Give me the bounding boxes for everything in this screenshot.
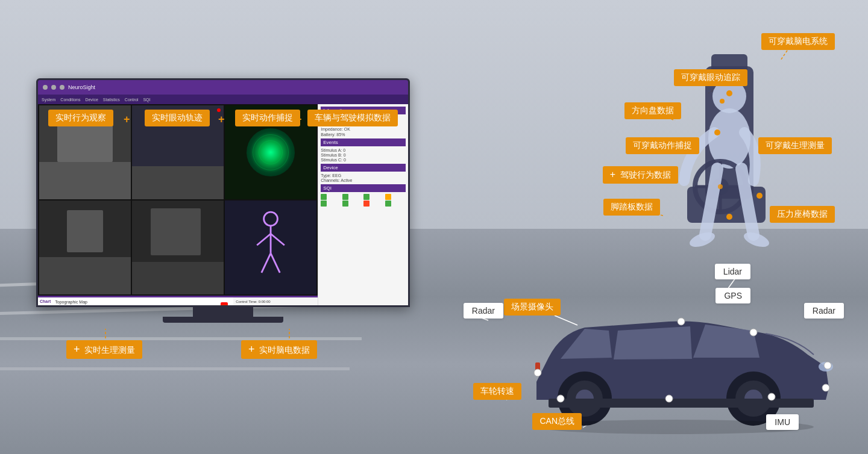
label-realtime-motion: 实时动作捕捉 [235,110,300,126]
video-cell-5 [132,201,224,294]
svg-point-25 [720,99,725,104]
svg-point-47 [534,369,541,376]
label-radar-left-text: Radar [472,306,495,316]
software-menubar: System Conditions Device Statistics Cont… [38,95,408,104]
label-radar-right: Radar [804,303,844,319]
plus-icon-physio: + [74,343,80,355]
label-wheel-speed-text: 车轮转速 [480,386,514,396]
label-gps: GPS [715,288,750,303]
menu-control: Control [125,98,139,102]
video-cell-6 [225,201,316,294]
window-dot [60,85,64,90]
window-dot [43,85,48,90]
label-lidar-text: Lidar [723,267,742,276]
label-can-bus-text: CAN总线 [539,416,574,426]
svg-point-0 [264,212,278,226]
label-pedal-text: 脚踏板数据 [611,202,653,211]
plus-icon-3: + [295,113,302,126]
color-scale [215,296,233,305]
device-title: Device [321,164,406,172]
label-pressure-seat: 压力座椅数据 [770,206,835,223]
eeg-title: Chart [40,299,51,303]
menu-sqi: SQI [143,98,150,102]
video-grid [38,104,318,296]
data-info-panel: Information Subject Name: Demo Session: … [318,104,408,305]
right-controls: Control Time: 0:00:00 Playback Time: 0:0… [233,296,318,305]
road-marking [0,367,350,370]
label-steering: 方向盘数据 [624,102,681,119]
label-driving-behavior: + 驾驶行为数据 [603,166,678,184]
svg-point-46 [557,395,564,402]
svg-point-44 [768,393,775,400]
svg-point-45 [665,395,673,402]
label-vehicle-sim: 车辆与驾驶模拟数据 [307,110,398,126]
label-wearable-motion-text: 可穿戴动作捕捉 [633,140,692,150]
label-wearable-eye: 可穿戴眼动追踪 [674,69,747,86]
label-scene-camera: 场景摄像头 [504,299,561,316]
brain-maps-title: Topographic Map [55,300,213,304]
svg-point-28 [726,214,732,220]
label-scene-camera-text: 场景摄像头 [511,302,553,311]
svg-line-4 [262,253,271,273]
label-can-bus: CAN总线 [532,413,582,430]
label-pedal: 脚踏板数据 [603,199,660,216]
svg-point-24 [726,90,732,96]
label-driving-behavior-text: 驾驶行为数据 [620,170,671,179]
svg-point-27 [718,184,723,189]
video-cell-4 [39,201,131,294]
svg-point-29 [756,193,763,199]
label-wheel-speed: 车轮转速 [473,383,521,400]
control-label: Control Time: 0:00:00 [236,300,315,303]
svg-point-42 [824,362,831,369]
menu-conditions: Conditions [60,98,80,102]
label-realtime-behavior: 实时行为观察 [48,110,113,126]
menu-device: Device [85,98,98,102]
label-realtime-eye-text: 实时眼动轨迹 [152,113,203,122]
label-imu-text: IMU [775,417,790,427]
label-wearable-eye-text: 可穿戴眼动追踪 [681,72,740,82]
svg-point-43 [822,384,829,391]
screen-left: Chart ch1 A ch2 B ch3 C ch4 D [38,104,318,305]
software-topbar: NeuroSight [38,80,408,95]
plus-icon-1: + [124,113,130,126]
label-realtime-physio: + 实时生理测量 [66,340,142,359]
label-realtime-motion-text: 实时动作捕捉 [242,113,293,122]
plus-icon-eeg: + [248,343,255,355]
label-imu: IMU [766,414,799,430]
label-pressure-seat-text: 压力座椅数据 [777,209,828,219]
svg-line-2 [257,234,271,245]
label-steering-text: 方向盘数据 [632,105,674,115]
label-wearable-physio-text: 可穿戴生理测量 [766,140,825,150]
sqi-grid [321,194,406,207]
events-title: Events [321,138,406,146]
sqi-title: SQI [321,184,406,192]
label-wearable-physio: 可穿戴生理测量 [758,137,832,154]
label-wearable-brain: 可穿戴脑电系统 [761,33,835,50]
charts-section: Chart ch1 A ch2 B ch3 C ch4 D [38,296,318,305]
svg-point-40 [678,318,685,325]
svg-line-3 [271,234,285,245]
monitor-stand-base [163,317,283,323]
label-wearable-brain-text: 可穿戴脑电系统 [769,36,828,46]
label-realtime-eye: 实时眼动轨迹 [145,110,210,126]
window-dot [51,85,56,90]
screen-main: Chart ch1 A ch2 B ch3 C ch4 D [38,104,408,305]
monitor-stand-top [193,307,253,317]
svg-point-26 [714,129,720,135]
label-realtime-eeg: + 实时脑电数据 [241,340,317,359]
label-realtime-physio-text: 实时生理测量 [84,345,135,355]
svg-rect-36 [549,399,814,408]
eeg-panel: Chart ch1 A ch2 B ch3 C ch4 D [38,296,52,305]
brain-maps-panel: Topographic Map Alpha Beta [52,296,215,305]
label-wearable-motion: 可穿戴动作捕捉 [626,137,699,154]
label-vehicle-sim-text: 车辆与驾驶模拟数据 [315,113,391,122]
plus-icon-2: + [218,113,225,126]
label-realtime-eeg-text: 实时脑电数据 [259,345,310,355]
label-lidar: Lidar [715,264,750,279]
menu-statistics: Statistics [103,98,120,102]
label-realtime-behavior-text: 实时行为观察 [55,113,106,122]
menu-system: System [42,98,55,102]
label-radar-right-text: Radar [813,306,835,316]
label-radar-left: Radar [464,303,503,319]
svg-point-41 [750,329,757,336]
